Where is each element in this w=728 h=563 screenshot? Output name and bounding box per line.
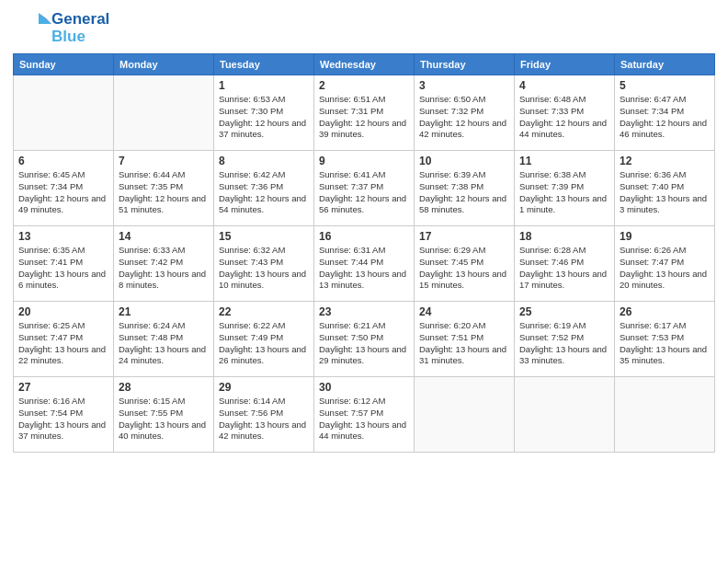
day-number: 29: [219, 381, 309, 394]
col-header-wednesday: Wednesday: [314, 54, 415, 75]
day-cell: [615, 377, 715, 453]
day-cell: [515, 377, 615, 453]
day-number: 24: [419, 305, 509, 318]
day-cell: 19Sunrise: 6:26 AM Sunset: 7:47 PM Dayli…: [615, 226, 715, 302]
day-number: 19: [620, 230, 710, 243]
day-number: 4: [519, 79, 609, 92]
day-number: 14: [119, 230, 209, 243]
day-cell: 6Sunrise: 6:45 AM Sunset: 7:34 PM Daylig…: [14, 151, 114, 226]
day-info: Sunrise: 6:50 AM Sunset: 7:32 PM Dayligh…: [419, 94, 509, 141]
day-number: 16: [319, 230, 409, 243]
day-cell: 4Sunrise: 6:48 AM Sunset: 7:33 PM Daylig…: [515, 75, 615, 151]
page: GeneralBlue SundayMondayTuesdayWednesday…: [0, 0, 728, 563]
day-info: Sunrise: 6:25 AM Sunset: 7:47 PM Dayligh…: [18, 320, 108, 367]
day-info: Sunrise: 6:31 AM Sunset: 7:44 PM Dayligh…: [319, 245, 409, 292]
day-cell: 5Sunrise: 6:47 AM Sunset: 7:34 PM Daylig…: [615, 75, 715, 151]
day-info: Sunrise: 6:48 AM Sunset: 7:33 PM Dayligh…: [519, 94, 609, 141]
day-cell: 13Sunrise: 6:35 AM Sunset: 7:41 PM Dayli…: [14, 226, 114, 302]
col-header-sunday: Sunday: [14, 54, 114, 75]
logo-svg: [13, 9, 51, 48]
day-info: Sunrise: 6:51 AM Sunset: 7:31 PM Dayligh…: [319, 94, 409, 141]
week-row-0: 1Sunrise: 6:53 AM Sunset: 7:30 PM Daylig…: [14, 75, 715, 151]
day-cell: 23Sunrise: 6:21 AM Sunset: 7:50 PM Dayli…: [314, 302, 415, 377]
day-number: 18: [519, 230, 609, 243]
day-info: Sunrise: 6:39 AM Sunset: 7:38 PM Dayligh…: [419, 169, 509, 216]
calendar-body: 1Sunrise: 6:53 AM Sunset: 7:30 PM Daylig…: [14, 75, 715, 453]
day-info: Sunrise: 6:29 AM Sunset: 7:45 PM Dayligh…: [419, 245, 509, 292]
col-header-friday: Friday: [515, 54, 615, 75]
day-info: Sunrise: 6:20 AM Sunset: 7:51 PM Dayligh…: [419, 320, 509, 367]
day-info: Sunrise: 6:42 AM Sunset: 7:36 PM Dayligh…: [219, 169, 309, 216]
day-number: 5: [620, 79, 710, 92]
day-info: Sunrise: 6:17 AM Sunset: 7:53 PM Dayligh…: [620, 320, 710, 367]
col-header-tuesday: Tuesday: [214, 54, 314, 75]
day-number: 23: [319, 305, 409, 318]
day-info: Sunrise: 6:26 AM Sunset: 7:47 PM Dayligh…: [620, 245, 710, 292]
header: GeneralBlue: [13, 9, 715, 48]
week-row-2: 13Sunrise: 6:35 AM Sunset: 7:41 PM Dayli…: [14, 226, 715, 302]
day-info: Sunrise: 6:15 AM Sunset: 7:55 PM Dayligh…: [119, 396, 209, 442]
day-number: 8: [219, 155, 309, 167]
day-cell: 12Sunrise: 6:36 AM Sunset: 7:40 PM Dayli…: [615, 151, 715, 226]
header-row: SundayMondayTuesdayWednesdayThursdayFrid…: [14, 54, 715, 75]
day-number: 2: [319, 79, 409, 92]
day-cell: 9Sunrise: 6:41 AM Sunset: 7:37 PM Daylig…: [314, 151, 415, 226]
day-number: 12: [620, 155, 710, 167]
logo-text: GeneralBlue: [51, 11, 109, 45]
day-cell: 8Sunrise: 6:42 AM Sunset: 7:36 PM Daylig…: [214, 151, 314, 226]
day-number: 26: [620, 305, 710, 318]
day-number: 6: [18, 155, 108, 167]
day-cell: 1Sunrise: 6:53 AM Sunset: 7:30 PM Daylig…: [214, 75, 314, 151]
day-cell: 30Sunrise: 6:12 AM Sunset: 7:57 PM Dayli…: [314, 377, 415, 453]
day-cell: 14Sunrise: 6:33 AM Sunset: 7:42 PM Dayli…: [114, 226, 214, 302]
day-number: 20: [18, 305, 108, 318]
col-header-saturday: Saturday: [615, 54, 715, 75]
day-info: Sunrise: 6:28 AM Sunset: 7:46 PM Dayligh…: [519, 245, 609, 292]
day-cell: 28Sunrise: 6:15 AM Sunset: 7:55 PM Dayli…: [114, 377, 214, 453]
day-cell: 16Sunrise: 6:31 AM Sunset: 7:44 PM Dayli…: [314, 226, 415, 302]
day-cell: 2Sunrise: 6:51 AM Sunset: 7:31 PM Daylig…: [314, 75, 415, 151]
day-cell: 7Sunrise: 6:44 AM Sunset: 7:35 PM Daylig…: [114, 151, 214, 226]
day-cell: 3Sunrise: 6:50 AM Sunset: 7:32 PM Daylig…: [415, 75, 515, 151]
day-info: Sunrise: 6:36 AM Sunset: 7:40 PM Dayligh…: [620, 169, 710, 216]
day-cell: [114, 75, 214, 151]
day-number: 21: [119, 305, 209, 318]
week-row-1: 6Sunrise: 6:45 AM Sunset: 7:34 PM Daylig…: [14, 151, 715, 226]
calendar-header: SundayMondayTuesdayWednesdayThursdayFrid…: [14, 54, 715, 75]
day-info: Sunrise: 6:45 AM Sunset: 7:34 PM Dayligh…: [18, 169, 108, 216]
day-info: Sunrise: 6:22 AM Sunset: 7:49 PM Dayligh…: [219, 320, 309, 367]
col-header-monday: Monday: [114, 54, 214, 75]
day-info: Sunrise: 6:14 AM Sunset: 7:56 PM Dayligh…: [219, 396, 309, 442]
day-info: Sunrise: 6:33 AM Sunset: 7:42 PM Dayligh…: [119, 245, 209, 292]
day-number: 30: [319, 381, 409, 394]
day-info: Sunrise: 6:19 AM Sunset: 7:52 PM Dayligh…: [519, 320, 609, 367]
day-cell: 27Sunrise: 6:16 AM Sunset: 7:54 PM Dayli…: [14, 377, 114, 453]
day-cell: 10Sunrise: 6:39 AM Sunset: 7:38 PM Dayli…: [415, 151, 515, 226]
week-row-3: 20Sunrise: 6:25 AM Sunset: 7:47 PM Dayli…: [14, 302, 715, 377]
day-number: 15: [219, 230, 309, 243]
day-number: 11: [519, 155, 609, 167]
day-info: Sunrise: 6:24 AM Sunset: 7:48 PM Dayligh…: [119, 320, 209, 367]
day-number: 25: [519, 305, 609, 318]
day-number: 17: [419, 230, 509, 243]
day-cell: 22Sunrise: 6:22 AM Sunset: 7:49 PM Dayli…: [214, 302, 314, 377]
day-info: Sunrise: 6:41 AM Sunset: 7:37 PM Dayligh…: [319, 169, 409, 216]
day-cell: 15Sunrise: 6:32 AM Sunset: 7:43 PM Dayli…: [214, 226, 314, 302]
col-header-thursday: Thursday: [415, 54, 515, 75]
day-number: 10: [419, 155, 509, 167]
logo-line2: Blue: [51, 29, 109, 46]
day-info: Sunrise: 6:47 AM Sunset: 7:34 PM Dayligh…: [620, 94, 710, 141]
day-cell: 21Sunrise: 6:24 AM Sunset: 7:48 PM Dayli…: [114, 302, 214, 377]
day-cell: 29Sunrise: 6:14 AM Sunset: 7:56 PM Dayli…: [214, 377, 314, 453]
day-info: Sunrise: 6:21 AM Sunset: 7:50 PM Dayligh…: [319, 320, 409, 367]
day-info: Sunrise: 6:16 AM Sunset: 7:54 PM Dayligh…: [18, 396, 108, 442]
day-number: 22: [219, 305, 309, 318]
day-number: 13: [18, 230, 108, 243]
day-number: 1: [219, 79, 309, 92]
day-cell: 25Sunrise: 6:19 AM Sunset: 7:52 PM Dayli…: [515, 302, 615, 377]
day-cell: 11Sunrise: 6:38 AM Sunset: 7:39 PM Dayli…: [515, 151, 615, 226]
day-number: 7: [119, 155, 209, 167]
day-number: 3: [419, 79, 509, 92]
calendar: SundayMondayTuesdayWednesdayThursdayFrid…: [13, 53, 715, 453]
logo-line1: General: [51, 11, 109, 29]
